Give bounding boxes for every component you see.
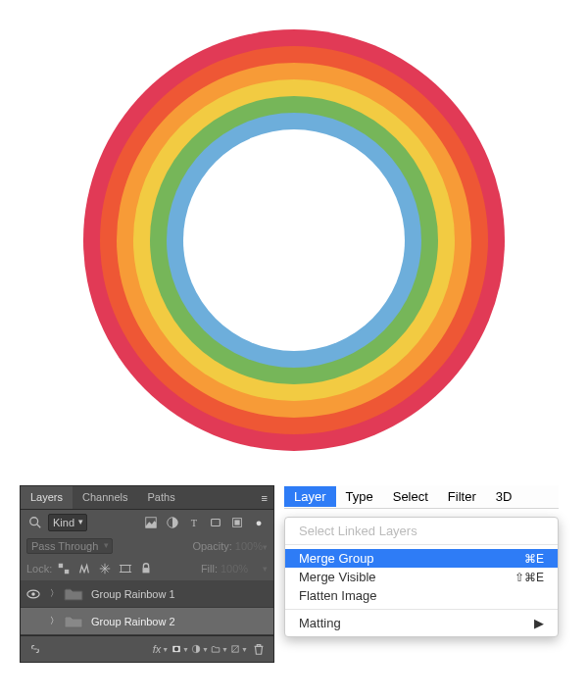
mask-icon[interactable]: ▼ bbox=[172, 640, 189, 658]
blend-opacity-row: Pass Through Opacity: 100%▾ bbox=[21, 535, 273, 557]
lock-position-icon[interactable] bbox=[96, 560, 114, 577]
document-canvas bbox=[0, 0, 588, 480]
tab-layers[interactable]: Layers bbox=[21, 486, 73, 509]
menu-item-matting[interactable]: Matting ▶ bbox=[285, 614, 558, 632]
menu-separator bbox=[285, 609, 558, 610]
rainbow-center bbox=[183, 129, 405, 351]
menu-item-label: Matting bbox=[299, 616, 341, 630]
adjustment-layer-icon[interactable]: ▼ bbox=[191, 640, 209, 658]
menu-item-merge-visible[interactable]: Merge Visible ⇧⌘E bbox=[285, 568, 558, 586]
filter-adjustment-icon[interactable] bbox=[164, 514, 181, 531]
submenu-arrow-icon: ▶ bbox=[534, 616, 544, 630]
opacity-label: Opacity: bbox=[192, 540, 231, 552]
layers-panel: Layers Channels Paths ≡ Kind T ● Pass Th… bbox=[20, 485, 274, 663]
lock-fill-row: Lock: Fill: 100%▾ bbox=[21, 557, 273, 580]
tab-channels[interactable]: Channels bbox=[73, 486, 137, 509]
menu-select[interactable]: Select bbox=[383, 486, 438, 507]
menu-item-label: Merge Visible bbox=[299, 570, 376, 584]
expand-toggle[interactable]: 〉 bbox=[46, 615, 62, 627]
menu-item-label: Merge Group bbox=[299, 551, 374, 566]
svg-point-0 bbox=[30, 518, 38, 525]
menu-separator bbox=[285, 544, 558, 545]
layer-list: 〉 Group Rainbow 1 〉 Group Rainbow 2 bbox=[21, 580, 273, 635]
menu-3d[interactable]: 3D bbox=[486, 486, 522, 507]
menu-item-merge-group[interactable]: Merge Group ⌘E bbox=[285, 549, 558, 568]
filter-type-icon[interactable]: T bbox=[185, 514, 203, 531]
delete-layer-icon[interactable] bbox=[250, 640, 268, 658]
visibility-toggle[interactable] bbox=[21, 589, 46, 599]
svg-rect-13 bbox=[143, 568, 150, 573]
layer-row[interactable]: 〉 Group Rainbow 2 bbox=[21, 608, 273, 635]
panel-menu-icon[interactable]: ≡ bbox=[256, 486, 273, 509]
menu-item-select-linked: Select Linked Layers bbox=[285, 522, 558, 540]
menu-shortcut: ⌘E bbox=[524, 552, 544, 566]
svg-line-1 bbox=[37, 525, 41, 528]
filter-smart-icon[interactable] bbox=[228, 514, 246, 531]
svg-rect-10 bbox=[122, 566, 130, 573]
new-group-icon[interactable]: ▼ bbox=[211, 640, 228, 658]
fx-icon[interactable]: fx▼ bbox=[152, 640, 170, 658]
lock-all-icon[interactable] bbox=[137, 560, 155, 577]
lock-artboard-icon[interactable] bbox=[117, 560, 134, 577]
folder-icon bbox=[62, 614, 85, 629]
svg-rect-9 bbox=[65, 570, 69, 574]
panel-tabs: Layers Channels Paths ≡ bbox=[21, 486, 273, 510]
search-icon[interactable] bbox=[26, 514, 44, 531]
filter-toggle-icon[interactable]: ● bbox=[250, 514, 268, 531]
lock-transparency-icon[interactable] bbox=[55, 560, 73, 577]
blend-mode-select[interactable]: Pass Through bbox=[26, 538, 113, 554]
filter-shape-icon[interactable] bbox=[207, 514, 224, 531]
panel-footer: fx▼ ▼ ▼ ▼ ▼ bbox=[21, 635, 273, 662]
fill-label: Fill: bbox=[201, 563, 218, 575]
menu-item-flatten[interactable]: Flatten Image bbox=[285, 586, 558, 605]
lock-label: Lock: bbox=[26, 563, 52, 575]
menu-panel: Layer Type Select Filter 3D Select Linke… bbox=[284, 485, 559, 663]
tab-paths[interactable]: Paths bbox=[138, 486, 185, 509]
kind-filter-select[interactable]: Kind bbox=[48, 514, 87, 531]
svg-point-15 bbox=[31, 592, 35, 596]
layer-row[interactable]: 〉 Group Rainbow 1 bbox=[21, 580, 273, 608]
layer-dropdown: Select Linked Layers Merge Group ⌘E Merg… bbox=[284, 517, 559, 637]
menu-shortcut: ⇧⌘E bbox=[514, 571, 544, 584]
new-layer-icon[interactable]: ▼ bbox=[230, 640, 248, 658]
layer-name[interactable]: Group Rainbow 1 bbox=[91, 588, 273, 600]
svg-point-17 bbox=[174, 647, 178, 651]
svg-rect-7 bbox=[234, 520, 239, 525]
menu-layer[interactable]: Layer bbox=[284, 486, 336, 507]
link-layers-icon[interactable] bbox=[26, 640, 44, 658]
opacity-value[interactable]: 100% bbox=[235, 540, 263, 552]
layer-name[interactable]: Group Rainbow 2 bbox=[91, 616, 273, 627]
lock-pixels-icon[interactable] bbox=[75, 560, 93, 577]
filter-row: Kind T ● bbox=[21, 510, 273, 535]
menu-type[interactable]: Type bbox=[336, 486, 383, 507]
expand-toggle[interactable]: 〉 bbox=[46, 587, 62, 600]
svg-rect-5 bbox=[212, 520, 220, 526]
fill-value[interactable]: 100% bbox=[220, 563, 260, 575]
svg-rect-8 bbox=[59, 564, 63, 568]
menubar: Layer Type Select Filter 3D bbox=[284, 485, 559, 509]
menu-filter[interactable]: Filter bbox=[438, 486, 486, 507]
folder-icon bbox=[62, 586, 85, 602]
svg-text:T: T bbox=[191, 518, 198, 528]
filter-pixel-icon[interactable] bbox=[142, 514, 160, 531]
